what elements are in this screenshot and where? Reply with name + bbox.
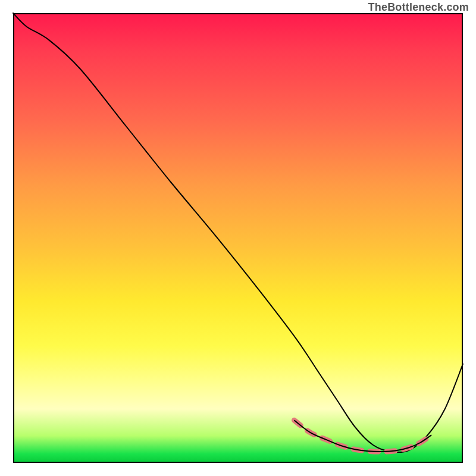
curve-line [13, 13, 463, 452]
chart-area [13, 13, 463, 463]
chart-svg [13, 13, 463, 463]
watermark: TheBottleneck.com [368, 1, 469, 14]
